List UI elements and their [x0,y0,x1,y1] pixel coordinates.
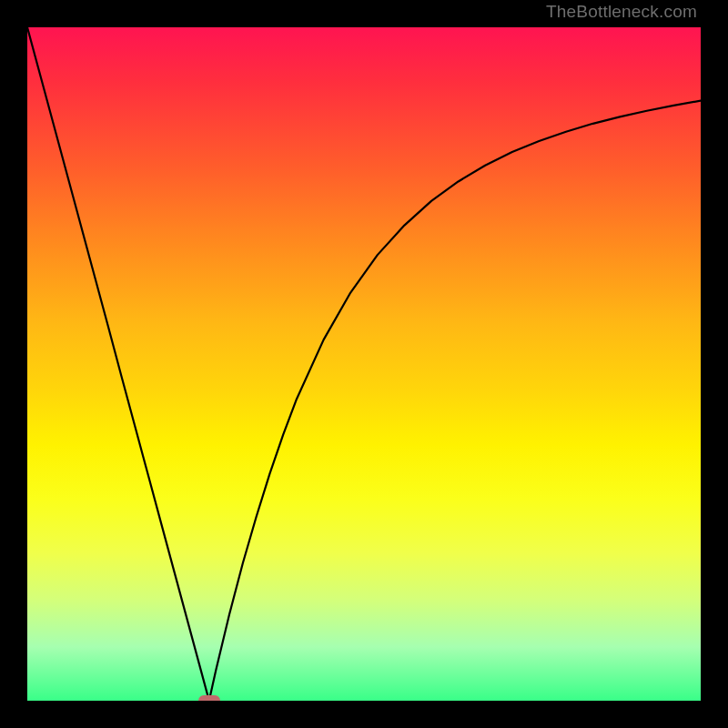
watermark-label: TheBottleneck.com [546,2,697,22]
bottleneck-curve [27,27,701,701]
plot-area [27,27,701,701]
chart-frame: TheBottleneck.com [0,0,728,728]
optimal-point-marker [198,695,220,701]
